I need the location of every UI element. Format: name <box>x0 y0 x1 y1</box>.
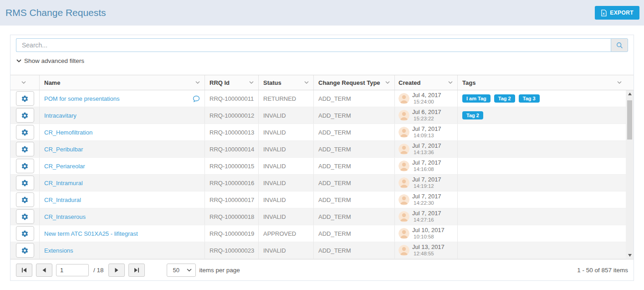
row-settings-button[interactable] <box>16 125 34 140</box>
panel-top: Show advanced filters <box>10 35 634 65</box>
search-input[interactable] <box>16 38 611 52</box>
row-settings-button[interactable] <box>16 209 34 224</box>
gear-icon <box>21 162 29 170</box>
first-page-icon <box>21 268 27 273</box>
created-time: 15:23:22 <box>412 116 441 122</box>
row-name-cell: CR_Hemofiltration <box>40 124 205 140</box>
tag-badge[interactable]: I am Tag <box>462 94 491 103</box>
created-time: 14:16:08 <box>412 166 441 173</box>
change-request-link[interactable]: CR_Intradural <box>44 197 81 203</box>
avatar-icon <box>399 194 409 205</box>
row-created-cell: Jul 7, 201714:27:16 <box>395 208 458 225</box>
column-header-type[interactable]: Change Request Type <box>314 75 395 90</box>
column-header-tags[interactable]: Tags <box>458 75 634 90</box>
row-rrq-id-cell: RRQ-100000016 <box>205 175 259 191</box>
row-status-cell: INVALID <box>259 242 314 259</box>
row-rrq-id-cell: RRQ-100000019 <box>205 225 259 242</box>
column-header-status[interactable]: Status <box>259 75 314 90</box>
change-request-link[interactable]: Intracavitary <box>44 112 77 119</box>
change-request-link[interactable]: CR_Intramural <box>44 180 83 186</box>
export-button[interactable]: x EXPORT <box>595 6 639 20</box>
chevron-down-icon[interactable] <box>304 81 309 84</box>
row-settings-button[interactable] <box>16 243 34 258</box>
row-settings-cell <box>10 107 40 124</box>
last-page-button[interactable] <box>128 264 145 277</box>
row-rrq-id-cell: RRQ-100000015 <box>205 158 259 174</box>
row-rrq-id-cell: RRQ-100000012 <box>205 107 259 124</box>
created-time: 14:13:36 <box>412 150 441 156</box>
row-tags-cell <box>458 225 634 242</box>
change-request-link[interactable]: New term ATC S01XA25 - lifitegrast <box>44 230 138 237</box>
chevron-down-icon[interactable] <box>21 81 26 84</box>
change-request-link[interactable]: CR_Hemofiltration <box>44 129 92 136</box>
search-button[interactable] <box>611 38 628 52</box>
column-header-settings[interactable] <box>10 75 40 90</box>
scrollbar-thumb[interactable] <box>627 100 632 140</box>
row-created-cell: Jul 4, 201715:24:00 <box>395 90 458 107</box>
row-settings-button[interactable] <box>16 159 34 173</box>
row-name-cell: CR_Intraserous <box>40 208 205 225</box>
row-settings-button[interactable] <box>16 176 34 190</box>
tag-badge[interactable]: Tag 3 <box>519 94 540 103</box>
row-settings-button[interactable] <box>16 91 34 106</box>
comment-bubble-icon[interactable] <box>193 95 200 102</box>
row-settings-button[interactable] <box>16 192 34 207</box>
table-row: POM for some presentationsRRQ-100000011R… <box>10 90 634 107</box>
tag-badge[interactable]: Tag 2 <box>494 94 515 103</box>
chevron-down-icon <box>16 59 21 62</box>
first-page-button[interactable] <box>16 264 32 277</box>
next-page-button[interactable] <box>108 264 125 277</box>
chevron-down-icon[interactable] <box>617 81 622 84</box>
created-date: Jul 10, 2017 <box>412 227 445 234</box>
scroll-down-button[interactable] <box>626 252 634 259</box>
created-date: Jul 6, 2017 <box>412 109 441 116</box>
avatar-icon <box>399 110 409 121</box>
page-size-select[interactable]: 50 <box>167 264 196 277</box>
row-rrq-id-cell: RRQ-100000023 <box>205 242 259 259</box>
gear-icon <box>21 179 29 187</box>
row-name-cell: New term ATC S01XA25 - lifitegrast <box>40 225 205 242</box>
row-created-cell: Jul 13, 201712:48:55 <box>395 242 458 259</box>
table-row: ExtensionsRRQ-100000023INVALIDADD_TERMJu… <box>10 242 634 259</box>
avatar-icon <box>399 228 409 239</box>
row-type-cell: ADD_TERM <box>314 175 395 191</box>
gear-icon <box>21 129 29 136</box>
advanced-filters-toggle[interactable]: Show advanced filters <box>16 57 84 65</box>
row-tags-cell: Tag 2 <box>458 107 634 124</box>
column-header-created[interactable]: Created <box>395 75 458 90</box>
row-tags-cell <box>458 208 634 225</box>
created-time: 14:22:30 <box>412 200 441 207</box>
table-row: CR_PeriareolarRRQ-100000015INVALIDADD_TE… <box>10 158 634 175</box>
row-settings-button[interactable] <box>16 108 34 123</box>
change-request-link[interactable]: CR_Peribulbar <box>44 146 83 153</box>
chevron-down-icon[interactable] <box>195 81 200 84</box>
chevron-down-icon[interactable] <box>448 81 453 84</box>
row-status-cell: INVALID <box>259 175 314 191</box>
change-request-link[interactable]: POM for some presentations <box>44 95 119 102</box>
chevron-down-icon[interactable] <box>249 81 254 84</box>
row-settings-button[interactable] <box>16 142 34 156</box>
prev-page-button[interactable] <box>36 264 52 277</box>
page-number-input[interactable] <box>56 264 89 276</box>
created-time: 12:48:55 <box>412 251 445 257</box>
vertical-scrollbar[interactable] <box>626 90 634 259</box>
row-type-cell: ADD_TERM <box>314 90 395 107</box>
row-settings-button[interactable] <box>16 226 34 241</box>
created-date: Jul 13, 2017 <box>412 243 445 251</box>
change-request-link[interactable]: Extensions <box>44 247 73 254</box>
avatar-icon <box>399 161 409 171</box>
row-status-cell: INVALID <box>259 107 314 124</box>
chevron-down-icon[interactable] <box>385 81 390 84</box>
created-date: Jul 4, 2017 <box>412 92 441 99</box>
created-time: 15:24:00 <box>412 99 441 105</box>
scroll-up-button[interactable] <box>626 90 634 98</box>
row-type-cell: ADD_TERM <box>314 208 395 225</box>
change-request-link[interactable]: CR_Intraserous <box>44 213 86 220</box>
column-header-name[interactable]: Name <box>40 75 205 90</box>
change-request-link[interactable]: CR_Periareolar <box>44 163 85 170</box>
row-tags-cell <box>458 242 634 259</box>
export-file-icon: x <box>601 10 607 16</box>
tag-badge[interactable]: Tag 2 <box>462 111 483 119</box>
column-header-rrq_id[interactable]: RRQ Id <box>205 75 259 90</box>
row-settings-cell <box>10 124 40 140</box>
